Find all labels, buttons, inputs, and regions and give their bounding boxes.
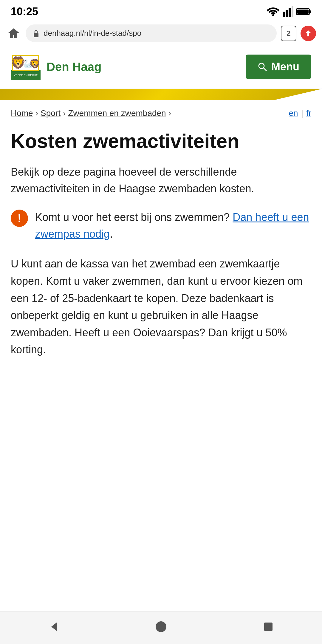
breadcrumb-home[interactable]: Home (11, 109, 33, 118)
page-intro: Bekijk op deze pagina hoeveel de verschi… (11, 164, 311, 197)
info-text-before: Komt u voor het eerst bij ons zwemmen? (35, 211, 233, 223)
den-haag-logo: VREDE EN RECHT 🦁 🦢 🦁 (11, 53, 41, 80)
lock-icon (32, 29, 40, 38)
search-icon (258, 62, 267, 72)
svg-rect-7 (297, 10, 309, 14)
url-text: denhaag.nl/nl/in-de-stad/spo (44, 29, 141, 38)
logo-area: VREDE EN RECHT 🦁 🦢 🦁 Den Haag (11, 53, 102, 80)
info-icon: ! (11, 210, 28, 227)
svg-rect-6 (309, 10, 311, 13)
home-button[interactable] (6, 26, 21, 41)
site-header: VREDE EN RECHT 🦁 🦢 🦁 Den Haag Menu (0, 45, 322, 89)
breadcrumb-sep-1: › (35, 109, 38, 118)
battery-icon (296, 7, 311, 16)
svg-text:🦁: 🦁 (29, 58, 41, 69)
page-title: Kosten zwemactiviteiten (11, 129, 311, 153)
breadcrumb-sep-2: › (63, 109, 66, 118)
browser-bar: denhaag.nl/nl/in-de-stad/spo 2 (0, 21, 322, 45)
menu-button[interactable]: Menu (246, 55, 311, 79)
svg-point-0 (272, 14, 274, 16)
exclamation-mark: ! (18, 213, 21, 224)
lang-sep: | (301, 109, 303, 118)
svg-rect-2 (286, 10, 288, 17)
status-time: 10:25 (11, 5, 38, 18)
body-text: U kunt aan de kassa van het zwembad een … (11, 255, 311, 358)
page-content: Kosten zwemactiviteiten Bekijk op deze p… (0, 123, 322, 376)
svg-rect-1 (283, 12, 285, 17)
info-text-after: . (110, 228, 113, 240)
address-bar[interactable]: denhaag.nl/nl/in-de-stad/spo (26, 24, 277, 42)
svg-text:VREDE EN RECHT: VREDE EN RECHT (14, 74, 38, 77)
svg-rect-8 (34, 33, 38, 37)
breadcrumb-sep-3: › (168, 109, 171, 118)
breadcrumb-zwemmen[interactable]: Zwemmen en zwembaden (68, 109, 166, 118)
info-text: Komt u voor het eerst bij ons zwemmen? D… (35, 209, 311, 242)
tab-counter[interactable]: 2 (281, 26, 296, 41)
site-name: Den Haag (47, 60, 102, 74)
lang-switcher: en | fr (289, 109, 311, 118)
svg-line-17 (264, 68, 267, 71)
status-bar: 10:25 (0, 0, 322, 21)
upload-button[interactable] (301, 26, 316, 41)
svg-point-16 (259, 63, 264, 69)
breadcrumb: Home › Sport › Zwemmen en zwembaden › en… (0, 100, 322, 123)
lang-en[interactable]: en (289, 109, 298, 118)
gold-banner (0, 89, 322, 100)
menu-label: Menu (271, 61, 299, 73)
svg-rect-3 (289, 8, 291, 17)
wifi-icon (267, 7, 280, 16)
breadcrumb-sport[interactable]: Sport (41, 109, 61, 118)
svg-rect-4 (292, 6, 293, 17)
signal-icon (283, 6, 293, 17)
lang-fr[interactable]: fr (306, 109, 311, 118)
info-box: ! Komt u voor het eerst bij ons zwemmen?… (11, 209, 311, 242)
status-icons (267, 6, 311, 17)
